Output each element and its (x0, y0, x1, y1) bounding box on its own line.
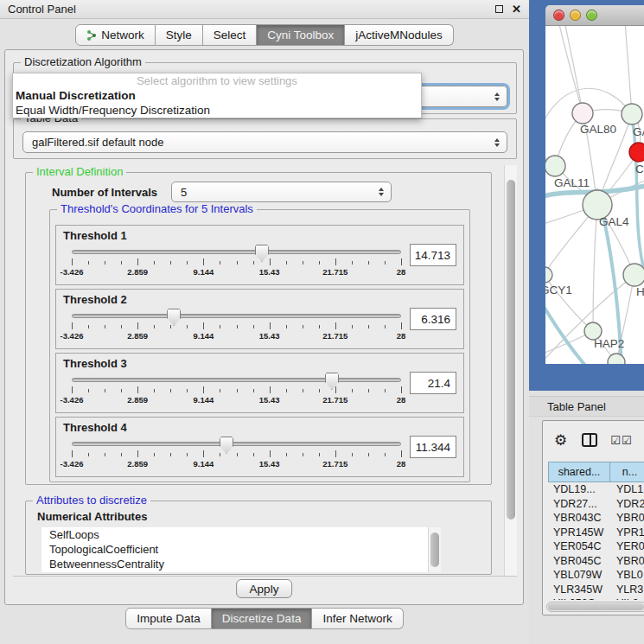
tab-select[interactable]: Select (203, 24, 258, 46)
table-cell-shared-name[interactable]: YPR145W (548, 526, 610, 539)
threshold-value-field[interactable]: 6.316 (410, 308, 456, 330)
table-cell-shared-name[interactable]: YBR043C (548, 512, 610, 524)
table-cell-name[interactable]: YDL1 (610, 483, 644, 495)
table-row[interactable]: YPR145WYPR1 (548, 526, 644, 540)
table-cell-shared-name[interactable]: YBR045C (548, 555, 610, 567)
network-node-gcy1[interactable] (545, 267, 552, 283)
slider-track[interactable] (72, 378, 401, 382)
close-traffic-light[interactable] (553, 10, 564, 21)
table-horizontal-scrollbar[interactable] (546, 602, 644, 612)
table-cell-name[interactable]: YDR2 (610, 498, 644, 510)
gear-icon[interactable]: ⚙ (554, 433, 567, 448)
table-row[interactable]: YIL052CYIL0 (548, 596, 644, 600)
attribute-list-item[interactable]: TopologicalCoefficient (41, 542, 428, 557)
network-canvas[interactable]: GAL80GACGAL11GAL4GCY1HHAP2 (545, 26, 644, 364)
table-cell-shared-name[interactable]: YLR345W (548, 583, 610, 596)
attribute-list-item[interactable]: SelfLoops (41, 527, 428, 542)
network-node-gal11[interactable] (545, 156, 565, 176)
table-cell-shared-name[interactable]: YDL19... (548, 483, 610, 495)
network-node-selected-red[interactable] (629, 143, 644, 162)
cyni-toolbox-panel: Discretization Algorithm Select algorith… (4, 49, 524, 605)
network-node-ga[interactable] (622, 104, 642, 124)
scrollbar-thumb[interactable] (430, 532, 439, 567)
slider[interactable]: -3.4262.8599.14415.4321.71528 (72, 372, 401, 406)
slider[interactable]: -3.4262.8599.14415.4321.71528 (72, 244, 401, 278)
threshold-value-field[interactable]: 14.713 (410, 244, 456, 266)
threshold-value-field[interactable]: 21.4 (410, 372, 456, 394)
tab-style[interactable]: Style (156, 24, 203, 46)
network-view-window: GAL80GACGAL11GAL4GCY1HHAP2 (529, 0, 644, 391)
table-data-combo[interactable]: galFiltered.sif default node (22, 131, 507, 153)
table-cell-shared-name[interactable]: YIL052C (548, 597, 610, 600)
tick-label: -3.426 (61, 459, 84, 469)
tab-network[interactable]: Network (75, 24, 156, 46)
slider-track[interactable] (72, 314, 401, 318)
number-of-intervals-value: 5 (181, 186, 187, 199)
threshold-value-field[interactable]: 11.344 (410, 436, 456, 458)
minimize-traffic-light[interactable] (570, 10, 581, 21)
panel-title: Control Panel (8, 3, 76, 16)
close-icon[interactable]: ✕ (512, 3, 521, 15)
table-cell-shared-name[interactable]: YBL079W (548, 569, 610, 581)
attribute-list-item[interactable]: BetweennessCentrality (41, 557, 428, 571)
number-of-intervals-combo[interactable]: 5 (171, 182, 392, 202)
table-cell-name[interactable]: YBR0 (610, 512, 644, 524)
network-node-h[interactable] (623, 264, 644, 286)
table-cell-name[interactable]: YBR0 (610, 555, 644, 567)
network-icon (86, 29, 97, 41)
tick-label: 21.715 (322, 395, 348, 405)
interval-definition-title: Interval Definition (33, 165, 126, 178)
scrollbar-thumb[interactable] (507, 180, 515, 520)
bottom-tab-impute-data[interactable]: Impute Data (125, 608, 212, 629)
table-cell-name[interactable]: YER0 (610, 540, 644, 552)
algorithm-option-manual[interactable]: Manual Discretization (13, 88, 421, 103)
column-header-name[interactable]: n... (610, 462, 644, 482)
table-cell-name[interactable]: YIL0 (610, 597, 644, 600)
network-node-gal80[interactable] (572, 103, 593, 124)
table-row[interactable]: YLR345WYLR3 (548, 583, 644, 597)
table-row[interactable]: YBR043CYBR0 (548, 511, 644, 526)
threshold-label: Threshold 1 (63, 229, 456, 242)
slider[interactable]: -3.4262.8599.14415.4321.71528 (72, 436, 401, 470)
table-cell-name[interactable]: YLR3 (610, 583, 644, 596)
column-header-shared-name[interactable]: shared... (548, 462, 610, 482)
tab-cyni-toolbox[interactable]: Cyni Toolbox (257, 24, 345, 46)
bottom-tab-infer-network[interactable]: Infer Network (312, 608, 403, 629)
tick-mark (319, 389, 320, 392)
table-cell-shared-name[interactable]: YDR27... (548, 498, 610, 510)
tick-mark (237, 453, 238, 456)
table-cell-shared-name[interactable]: YER054C (548, 540, 610, 552)
bottom-tab-discretize-data[interactable]: Discretize Data (212, 608, 313, 629)
checkbox-icons[interactable]: ☑☑ (610, 434, 632, 447)
tick-label: 15.43 (259, 459, 280, 469)
tick-mark (72, 258, 73, 265)
tab-label: Select (214, 25, 246, 45)
attributes-list[interactable]: SelfLoopsTopologicalCoefficientBetweenne… (41, 527, 428, 572)
table-row[interactable]: YBL079WYBL0 (548, 568, 644, 583)
tick-mark (352, 325, 353, 328)
tick-label: 21.715 (322, 459, 348, 469)
network-node-label: GAL11 (554, 176, 590, 189)
tick-mark (319, 453, 320, 456)
slider-track[interactable] (72, 442, 401, 446)
float-window-icon[interactable] (495, 5, 503, 13)
slider-track[interactable] (72, 250, 401, 254)
attributes-list-scrollbar[interactable] (428, 527, 441, 572)
apply-button[interactable]: Apply (236, 579, 293, 598)
split-columns-icon[interactable] (582, 433, 597, 447)
table-row[interactable]: YDL19...YDL1 (548, 482, 644, 497)
table-cell-name[interactable]: YPR1 (610, 526, 644, 539)
table-row[interactable]: YDR27...YDR2 (548, 497, 644, 512)
table-cell-name[interactable]: YBL0 (610, 569, 644, 581)
settings-scrollbar[interactable] (504, 165, 517, 576)
algorithm-option-equal-width[interactable]: Equal Width/Frequency Discretization (13, 103, 421, 118)
zoom-traffic-light[interactable] (586, 10, 597, 21)
tick-label: 28 (397, 267, 406, 277)
tab-jactivemnodules[interactable]: jActiveMNodules (345, 24, 454, 46)
slider[interactable]: -3.4262.8599.14415.4321.71528 (72, 308, 401, 342)
tick-label: 2.859 (127, 395, 148, 405)
tick-label: 28 (397, 395, 406, 405)
scrollbar-thumb[interactable] (548, 603, 644, 610)
table-row[interactable]: YER054CYER0 (548, 539, 644, 554)
table-row[interactable]: YBR045CYBR0 (548, 554, 644, 569)
